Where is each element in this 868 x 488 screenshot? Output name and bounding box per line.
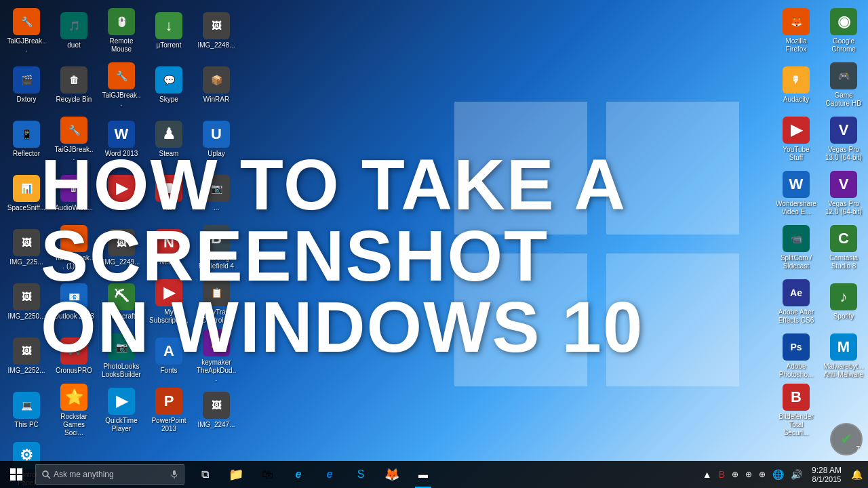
icon-img-dxtory: 🎬	[13, 66, 40, 94]
volume-icon[interactable]: 🔊	[788, 461, 805, 488]
desktop-icon-remote-mouse[interactable]: 🖱️Remote Mouse	[98, 3, 144, 58]
icon-img-mozilla: 🦊	[783, 8, 810, 35]
desktop-icon-taigibreak1[interactable]: 🔧TaiGJBreak...	[3, 3, 50, 58]
check-icon: ✔	[840, 430, 852, 448]
desktop-icon-game-capture[interactable]: 🎮Game Capture HD	[821, 58, 867, 112]
icon-label-bitdefender: Bitdefender Total Securi...	[776, 413, 816, 437]
icon-label-reflector: Reflector	[13, 150, 40, 158]
taskbar-active-app[interactable]: ▬	[408, 461, 438, 488]
desktop-icon-skype[interactable]: 💬Skype	[146, 58, 192, 112]
icon-label-img2248: IMG_2248...	[197, 41, 235, 49]
icon-label-winrar: WinRAR	[203, 96, 229, 104]
tray-bitdefender[interactable]: B	[716, 461, 728, 488]
icon-img-duet: 🎵	[60, 12, 87, 39]
clock[interactable]: 9:28 AM 8/1/2015	[806, 461, 847, 488]
tray-icon2[interactable]: ⊕	[743, 461, 755, 488]
network-icon[interactable]: 🌐	[770, 461, 787, 488]
svg-rect-6	[10, 475, 16, 481]
icon-img-bitdefender: B	[783, 384, 810, 411]
icon-img-uplay: U	[203, 121, 230, 148]
icon-label-adobe-ps: Adobe Photosho...	[776, 363, 816, 379]
icon-label-quicktime: QuickTime Player	[101, 417, 142, 433]
desktop-icon-powerpoint[interactable]: PPowerPoint 2013	[146, 383, 192, 437]
taskbar: Ask me anything ⧉ 📁 🛍 e e	[0, 461, 868, 488]
icon-label-dxtory: Dxtory	[17, 96, 37, 104]
icon-label-img2255: IMG_225...	[9, 258, 43, 266]
desktop-icon-bitdefender[interactable]: BBitdefender Total Securi...	[773, 383, 819, 437]
icon-img-vegas-pro: V	[830, 117, 857, 144]
icon-img-img2250: 🖼	[13, 283, 40, 310]
desktop-icon-duet[interactable]: 🎵duet	[51, 3, 97, 58]
icon-label-rockstar: Rockstar Games Soci...	[54, 413, 94, 437]
icon-label-img2247: IMG_2247...	[197, 421, 235, 429]
desktop-icon-dxtory[interactable]: 🎬Dxtory	[3, 58, 50, 112]
icon-img-quicktime: ▶	[108, 388, 135, 415]
icon-img-img2252: 🖼	[13, 338, 40, 365]
icon-img-this-pc: 💻	[13, 392, 40, 419]
icon-label-this-pc: This PC	[14, 421, 39, 429]
overlay-line1: HOW TO TAKE A SCREENSHOT	[41, 149, 868, 291]
icon-img-audacity: 🎙	[783, 66, 810, 94]
icon-img-utorrent: ↓	[155, 12, 182, 39]
taskbar-right: ▲ B ⊕ ⊕ ⊕ 🌐 🔊 9:28 AM 8/1/2015 🔔	[700, 461, 868, 488]
clock-time: 9:28 AM	[812, 466, 842, 475]
taskbar-file-explorer[interactable]: 📁	[221, 461, 251, 488]
icon-label-img2250: IMG_2250...	[7, 312, 45, 321]
desktop-icon-chrome[interactable]: ◉Google Chrome	[821, 3, 867, 58]
taskbar-apps: ⧉ 📁 🛍 e e S 🦊 ▬	[190, 461, 438, 488]
icon-img-word2013: W	[108, 121, 135, 148]
icon-label-utorrent: µTorrent	[157, 41, 182, 49]
icon-label-cronuspro: CronusPRO	[56, 367, 92, 375]
tray-icon1[interactable]: ⊕	[729, 461, 741, 488]
desktop-icon-recycle-bin[interactable]: 🗑Recycle Bin	[51, 58, 97, 112]
icon-img-game-capture: 🎮	[830, 62, 857, 89]
notification-number: 7	[856, 445, 860, 453]
icon-label-taigibreak2: TaiGJBreak...	[101, 92, 142, 108]
desktop-icon-taigibreak2[interactable]: 🔧TaiGJBreak...	[98, 58, 144, 112]
icon-label-remote-mouse: Remote Mouse	[101, 37, 142, 54]
overlay-line2: ON WINDOWS 10	[41, 291, 868, 363]
icon-img-winrar: 📦	[203, 66, 230, 94]
icon-label-chrome: Google Chrome	[823, 37, 864, 54]
icon-label-fonts: Fonts	[160, 367, 177, 375]
tray-icon3[interactable]: ⊕	[756, 461, 768, 488]
taskbar-task-view[interactable]: ⧉	[190, 461, 220, 488]
search-bar[interactable]: Ask me anything	[35, 464, 184, 485]
icon-label-duet: duet	[67, 41, 80, 49]
taskbar-firefox[interactable]: 🦊	[377, 461, 407, 488]
icon-img-rockstar: ⭐	[60, 384, 87, 411]
desktop-icon-img2247[interactable]: 🖼IMG_2247...	[193, 383, 239, 437]
icon-label-powerpoint: PowerPoint 2013	[149, 417, 189, 433]
icon-label-game-capture: Game Capture HD	[823, 92, 864, 108]
desktop-icon-img2248[interactable]: 🖼IMG_2248...	[193, 3, 239, 58]
desktop-icon-quicktime[interactable]: ▶QuickTime Player	[98, 383, 144, 437]
icon-label-recycle-bin: Recycle Bin	[56, 96, 92, 104]
svg-rect-7	[17, 475, 22, 481]
taskbar-store[interactable]: 🛍	[252, 461, 282, 488]
notification-circle[interactable]: ✔ 7	[830, 423, 863, 455]
desktop-icon-audacity[interactable]: 🎙Audacity	[773, 58, 819, 112]
start-button[interactable]	[0, 461, 33, 488]
icon-label-taigibreak1: TaiGJBreak...	[6, 37, 47, 54]
icon-label-spacesniff: SpaceSniff...	[7, 204, 46, 212]
icon-img-img2248: 🖼	[203, 12, 230, 39]
icon-img-youtube-stuff: ▶	[783, 117, 810, 144]
taskbar-ie[interactable]: e	[283, 461, 313, 488]
tray-expand[interactable]: ▲	[700, 461, 715, 488]
search-icon	[41, 470, 51, 479]
desktop-icon-utorrent[interactable]: ↓µTorrent	[146, 3, 192, 58]
svg-line-9	[47, 476, 50, 479]
desktop-icon-this-pc[interactable]: 💻This PC	[3, 383, 50, 437]
overlay-text-container: HOW TO TAKE A SCREENSHOT ON WINDOWS 10	[41, 149, 868, 363]
svg-point-8	[43, 471, 48, 476]
taskbar-edge[interactable]: e	[315, 461, 344, 488]
desktop-icon-rockstar[interactable]: ⭐Rockstar Games Soci...	[51, 383, 97, 437]
svg-rect-5	[17, 468, 22, 474]
desktop-icon-winrar[interactable]: 📦WinRAR	[193, 58, 239, 112]
notifications-button[interactable]: 🔔	[848, 461, 865, 488]
taskbar-skype[interactable]: S	[346, 461, 376, 488]
icon-img-chrome: ◉	[830, 8, 857, 35]
svg-rect-10	[173, 470, 176, 475]
desktop-icon-mozilla[interactable]: 🦊Mozilla Firefox	[773, 3, 819, 58]
icon-label-audacity: Audacity	[783, 96, 809, 104]
